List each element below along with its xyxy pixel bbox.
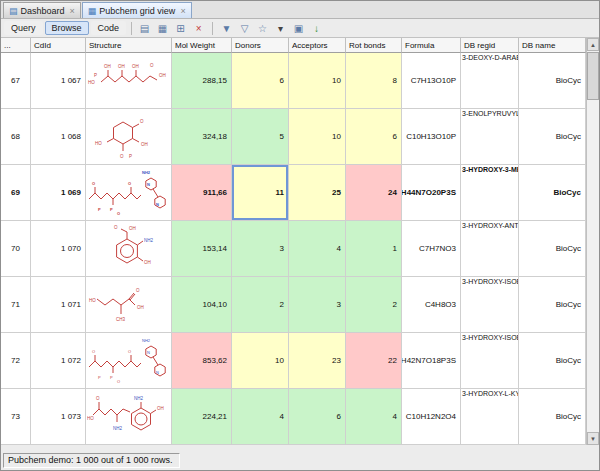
db-regid-cell[interactable]: 3-DEOXY-D-ARABIN — [461, 53, 519, 109]
close-view-icon[interactable]: × — [191, 21, 206, 36]
formula-cell[interactable]: C10H12N2O4 — [402, 389, 461, 445]
rot-bonds-cell[interactable]: 4 — [346, 389, 402, 445]
structure-cell[interactable]: HOCH3OOH — [86, 277, 172, 333]
column-header-dbname[interactable]: DB name — [519, 38, 586, 53]
formula-cell[interactable]: C4H8O3 — [402, 277, 461, 333]
db-name-cell[interactable]: BioCyc — [519, 389, 586, 445]
structure-cell[interactable]: OPHOOOH — [86, 109, 172, 165]
column-header-molweight[interactable]: Mol Weight — [172, 38, 232, 53]
db-name-cell[interactable]: BioCyc — [519, 221, 586, 277]
donors-cell[interactable]: 6 — [232, 53, 289, 109]
form-view-icon[interactable]: ▤ — [137, 21, 152, 36]
column-header-structure[interactable]: Structure — [86, 38, 172, 53]
acceptors-cell[interactable]: 23 — [289, 333, 346, 389]
mol-weight-cell[interactable]: 104,10 — [172, 277, 232, 333]
mol-weight-cell[interactable]: 853,62 — [172, 333, 232, 389]
row-number-cell[interactable]: 67 — [1, 53, 31, 109]
db-name-cell[interactable]: BioCyc — [519, 53, 586, 109]
column-header-donors[interactable]: Donors — [232, 38, 289, 53]
tab-pubchem-grid-view[interactable]: ▦ Pubchem grid view × — [82, 2, 192, 18]
structure-cell[interactable]: OOPPONH2NN — [86, 165, 172, 221]
db-name-cell[interactable]: BioCyc — [519, 333, 586, 389]
favorites-icon[interactable]: ☆ — [255, 21, 270, 36]
db-name-cell[interactable]: BioCyc — [519, 277, 586, 333]
db-regid-cell[interactable]: 3-HYDROXY-3-METH — [461, 165, 519, 221]
row-number-cell[interactable]: 72 — [1, 333, 31, 389]
mol-weight-cell[interactable]: 911,66 — [172, 165, 232, 221]
browse-button[interactable]: Browse — [45, 21, 89, 35]
scroll-up-icon[interactable]: ▲ — [587, 38, 599, 51]
rot-bonds-cell[interactable]: 2 — [346, 277, 402, 333]
rot-bonds-cell[interactable]: 24 — [346, 165, 402, 221]
structure-cell[interactable]: HOONH2NH2OH — [86, 389, 172, 445]
column-header-dbregid[interactable]: DB regid — [461, 38, 519, 53]
row-number-cell[interactable]: 71 — [1, 277, 31, 333]
tab-dashboard[interactable]: ▤ Dashboard × — [3, 2, 81, 18]
formula-cell[interactable]: C10H13O10P — [402, 109, 461, 165]
acceptors-cell[interactable]: 3 — [289, 277, 346, 333]
filter-clear-icon[interactable]: ▽ — [237, 21, 252, 36]
structure-view-icon[interactable]: ▣ — [291, 21, 306, 36]
formula-cell[interactable]: C7H13O10P — [402, 53, 461, 109]
mol-weight-cell[interactable]: 224,21 — [172, 389, 232, 445]
row-number-cell[interactable]: 70 — [1, 221, 31, 277]
code-button[interactable]: Code — [91, 21, 127, 35]
column-header-rowindex[interactable]: ... — [1, 38, 31, 53]
cdid-cell[interactable]: 1 073 — [31, 389, 86, 445]
db-regid-cell[interactable]: 3-ENOLPYRUVYL-SHI — [461, 109, 519, 165]
formula-cell[interactable]: C7H7NO3 — [402, 221, 461, 277]
rot-bonds-cell[interactable]: 1 — [346, 221, 402, 277]
cdid-cell[interactable]: 1 072 — [31, 333, 86, 389]
db-regid-cell[interactable]: 3-HYDROXY-ANTHRA — [461, 221, 519, 277]
cdid-cell[interactable]: 1 071 — [31, 277, 86, 333]
scrollbar-thumb[interactable] — [587, 52, 599, 100]
export-icon[interactable]: ↓ — [309, 21, 324, 36]
query-button[interactable]: Query — [4, 21, 43, 35]
donors-cell[interactable]: 10 — [232, 333, 289, 389]
rot-bonds-cell[interactable]: 6 — [346, 109, 402, 165]
donors-cell[interactable]: 5 — [232, 109, 289, 165]
acceptors-cell[interactable]: 4 — [289, 221, 346, 277]
donors-cell[interactable]: 4 — [232, 389, 289, 445]
structure-cell[interactable]: OOPPONH2NN — [86, 333, 172, 389]
mol-weight-cell[interactable]: 324,18 — [172, 109, 232, 165]
close-icon[interactable]: × — [70, 6, 75, 16]
grid-view-icon[interactable]: ▦ — [155, 21, 170, 36]
rot-bonds-cell[interactable]: 8 — [346, 53, 402, 109]
row-number-cell[interactable]: 69 — [1, 165, 31, 221]
acceptors-cell[interactable]: 6 — [289, 389, 346, 445]
vertical-scrollbar[interactable]: ▲ ▼ — [586, 38, 599, 445]
favorites-chevron-icon[interactable]: ▾ — [273, 21, 288, 36]
donors-cell[interactable]: 2 — [232, 277, 289, 333]
cdid-cell[interactable]: 1 067 — [31, 53, 86, 109]
db-regid-cell[interactable]: 3-HYDROXY-ISOBUT — [461, 277, 519, 333]
new-view-icon[interactable]: ⊞ — [173, 21, 188, 36]
cdid-cell[interactable]: 1 068 — [31, 109, 86, 165]
row-number-cell[interactable]: 68 — [1, 109, 31, 165]
filter-icon[interactable]: ▼ — [219, 21, 234, 36]
db-regid-cell[interactable]: 3-HYDROXY-ISOBUT — [461, 333, 519, 389]
donors-cell[interactable]: 3 — [232, 221, 289, 277]
structure-cell[interactable]: OOHNH2OH — [86, 221, 172, 277]
mol-weight-cell[interactable]: 153,14 — [172, 221, 232, 277]
cdid-cell[interactable]: 1 070 — [31, 221, 86, 277]
donors-cell[interactable]: 11 — [232, 165, 289, 221]
column-header-acceptors[interactable]: Acceptors — [289, 38, 346, 53]
close-icon[interactable]: × — [180, 6, 185, 16]
formula-cell[interactable]: C25H42N7O18P3S — [402, 333, 461, 389]
mol-weight-cell[interactable]: 288,15 — [172, 53, 232, 109]
cdid-cell[interactable]: 1 069 — [31, 165, 86, 221]
db-name-cell[interactable]: BioCyc — [519, 165, 586, 221]
scroll-down-icon[interactable]: ▼ — [587, 432, 599, 445]
db-regid-cell[interactable]: 3-HYDROXY-L-KYNU — [461, 389, 519, 445]
column-header-formula[interactable]: Formula — [402, 38, 461, 53]
acceptors-cell[interactable]: 25 — [289, 165, 346, 221]
structure-cell[interactable]: HOPOHOHOHOOH — [86, 53, 172, 109]
rot-bonds-cell[interactable]: 22 — [346, 333, 402, 389]
column-header-cdid[interactable]: CdId — [31, 38, 86, 53]
db-name-cell[interactable]: BioCyc — [519, 109, 586, 165]
row-number-cell[interactable]: 73 — [1, 389, 31, 445]
column-header-rotbonds[interactable]: Rot bonds — [346, 38, 402, 53]
acceptors-cell[interactable]: 10 — [289, 53, 346, 109]
acceptors-cell[interactable]: 10 — [289, 109, 346, 165]
